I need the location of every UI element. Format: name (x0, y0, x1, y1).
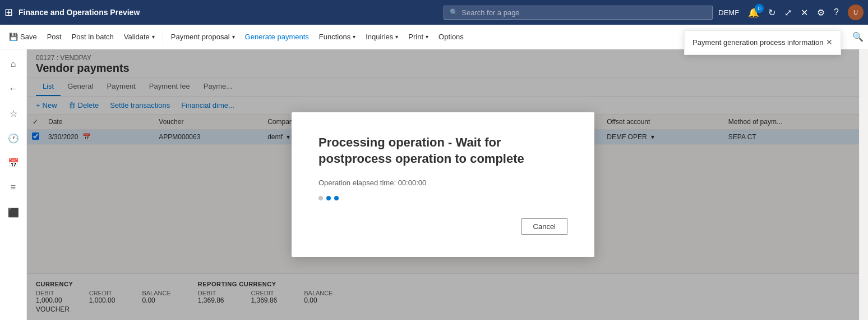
separator-1 (163, 30, 163, 44)
help-icon[interactable]: ? (834, 7, 839, 17)
info-panel-close-button[interactable]: ✕ (826, 38, 833, 47)
expand-icon[interactable]: ⤢ (784, 7, 792, 18)
user-avatar[interactable]: U (848, 4, 864, 20)
save-icon: 💾 (9, 33, 18, 41)
bell-icon[interactable]: 🔔 0 (748, 7, 759, 18)
notification-badge: 0 (755, 4, 764, 13)
options-button[interactable]: Options (434, 29, 468, 44)
top-nav: ⊞ Finance and Operations Preview 🔍 Searc… (0, 0, 868, 25)
payment-proposal-chevron: ▾ (232, 34, 235, 40)
info-panel-header: Payment generation process information ✕ (685, 31, 841, 54)
sidebar-icon-back[interactable]: ← (3, 79, 24, 99)
dot-1 (318, 196, 323, 200)
app-title: Finance and Operations Preview (19, 8, 438, 17)
functions-button[interactable]: Functions ▾ (315, 29, 360, 44)
sidebar-icon-filter-active[interactable]: ⬛ (3, 202, 24, 222)
user-name: DEMF (718, 8, 739, 17)
search-placeholder: Search for a page (461, 8, 519, 17)
processing-modal: Processing operation - Wait for postproc… (292, 112, 594, 257)
grid-icon[interactable]: ⊞ (4, 6, 13, 19)
modal-title: Processing operation - Wait for postproc… (318, 135, 567, 167)
post-batch-button[interactable]: Post in batch (67, 29, 118, 44)
info-panel: Payment generation process information ✕ (684, 30, 841, 55)
modal-actions: Cancel (318, 218, 567, 235)
main-layout: ⌂ ← ☆ 🕐 📅 ≡ ⬛ 00127 : VENDPAY Vendor pay… (0, 49, 868, 320)
inquiries-button[interactable]: Inquiries ▾ (361, 29, 403, 44)
sidebar-icon-home[interactable]: ⌂ (3, 54, 24, 74)
elapsed-time: 00:00:00 (398, 179, 427, 187)
payment-proposal-button[interactable]: Payment proposal ▾ (167, 29, 239, 44)
top-nav-icons: DEMF 🔔 0 ↻ ⤢ ✕ ⚙ ? U (718, 4, 864, 20)
sidebar-icon-calendar[interactable]: 📅 (3, 153, 24, 173)
search-bar[interactable]: 🔍 Search for a page (444, 6, 713, 20)
info-panel-title: Payment generation process information (692, 38, 823, 48)
modal-elapsed: Operation elapsed time: 00:00:00 (318, 179, 567, 187)
cancel-button[interactable]: Cancel (521, 218, 567, 235)
generate-payments-button[interactable]: Generate payments (241, 29, 313, 44)
cmd-search-icon[interactable]: 🔍 (852, 31, 864, 42)
functions-chevron: ▾ (353, 34, 355, 40)
loading-dots (318, 196, 567, 200)
sidebar: ⌂ ← ☆ 🕐 📅 ≡ ⬛ (0, 49, 27, 320)
print-button[interactable]: Print ▾ (404, 29, 433, 44)
sidebar-icon-filter[interactable]: ≡ (3, 177, 24, 198)
dot-3 (334, 196, 339, 200)
settings-icon[interactable]: ⚙ (817, 7, 825, 18)
inquiries-chevron: ▾ (395, 34, 398, 40)
post-button[interactable]: Post (43, 29, 66, 44)
elapsed-label: Operation elapsed time: (318, 179, 396, 187)
refresh-icon[interactable]: ↻ (768, 7, 775, 18)
close-icon[interactable]: ✕ (801, 7, 808, 18)
main-content-area: 00127 : VENDPAY Vendor payments List Gen… (27, 49, 859, 320)
sidebar-icon-favorites[interactable]: ☆ (3, 103, 24, 124)
modal-overlay: Processing operation - Wait for postproc… (27, 49, 859, 320)
dot-2 (326, 196, 331, 200)
search-icon: 🔍 (450, 8, 458, 16)
validate-chevron: ▾ (152, 34, 155, 40)
sidebar-icon-recent[interactable]: 🕐 (3, 128, 24, 148)
validate-button[interactable]: Validate ▾ (119, 29, 159, 44)
right-scrollbar[interactable] (859, 49, 868, 320)
print-chevron: ▾ (426, 34, 428, 40)
save-button[interactable]: 💾 Save (4, 29, 41, 44)
